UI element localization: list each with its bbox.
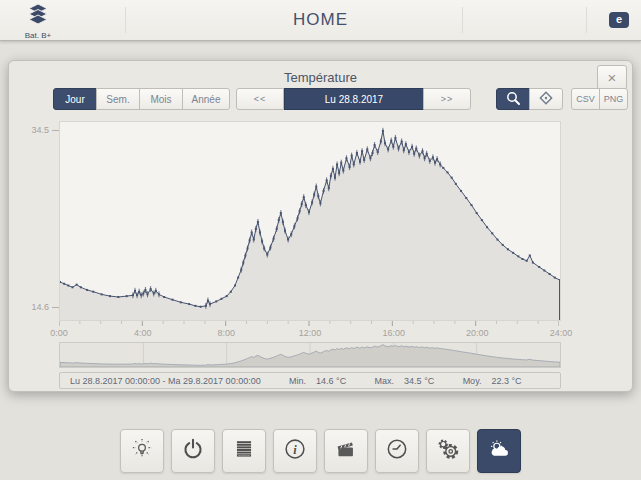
toolbar-button-settings[interactable] <box>426 429 470 473</box>
y-axis-min-label: 14.6 <box>21 302 49 312</box>
top-bar: Bat. B+ HOME e <box>0 0 641 41</box>
info-icon: i <box>282 436 308 466</box>
y-axis-tick <box>52 307 59 308</box>
x-axis-label: 20:00 <box>466 328 489 338</box>
magnifier-icon <box>503 88 523 110</box>
max-stat: Max.34.5 °C <box>375 376 435 386</box>
gears-icon <box>435 436 461 466</box>
status-bar: Lu 28.8.2017 00:00:00 - Ma 29.8.2017 00:… <box>59 372 561 389</box>
period-button-mois[interactable]: Mois <box>139 88 183 110</box>
export-csv-button[interactable]: CSV <box>571 88 600 110</box>
export-group: CSV PNG <box>571 88 628 110</box>
toolbar-button-blinds[interactable] <box>222 429 266 473</box>
center-diamond-icon <box>536 88 556 110</box>
toolbar-button-lighting[interactable] <box>120 429 164 473</box>
y-axis-tick <box>52 130 59 131</box>
avg-stat: Moy.22.3 °C <box>463 376 522 386</box>
toolbar-button-info[interactable]: i <box>273 429 317 473</box>
bottom-toolbar: i <box>0 429 641 473</box>
x-axis-label: 24:00 <box>550 328 573 338</box>
x-axis-label: 0:00 <box>50 328 68 338</box>
svg-text:i: i <box>293 443 297 457</box>
light-bulb-icon <box>129 436 155 466</box>
temperature-chart[interactable] <box>59 121 561 321</box>
next-day-button[interactable]: >> <box>423 88 471 110</box>
toolbar-button-scenes[interactable] <box>324 429 368 473</box>
clapperboard-icon <box>333 436 359 466</box>
x-axis: 0:004:008:0012:0016:0020:0024:00 <box>59 321 561 343</box>
toolbar-button-weather[interactable] <box>477 429 521 473</box>
topbar-divider <box>462 7 463 33</box>
dialog-toolbar: JourSem.MoisAnnée << Lu 28.8.2017 >> <box>9 88 632 110</box>
topbar-divider <box>586 7 587 33</box>
stats: Min.14.6 °C Max.34.5 °C Moy.22.3 °C <box>261 376 550 386</box>
period-button-jour[interactable]: Jour <box>53 88 97 110</box>
period-button-sem[interactable]: Sem. <box>96 88 140 110</box>
date-range-text: Lu 28.8.2017 00:00:00 - Ma 29.8.2017 00:… <box>70 376 261 386</box>
min-stat: Min.14.6 °C <box>289 376 346 386</box>
power-icon <box>180 436 206 466</box>
y-axis-max-label: 34.5 <box>21 125 49 135</box>
brand-label: Bat. B+ <box>10 31 66 40</box>
export-png-button[interactable]: PNG <box>599 88 628 110</box>
close-button[interactable]: × <box>597 65 627 90</box>
temperature-dialog: Température × JourSem.MoisAnnée << Lu 28… <box>8 60 633 392</box>
zoom-tool-button[interactable] <box>496 88 530 110</box>
current-date-display: Lu 28.8.2017 <box>284 88 424 110</box>
toolbar-button-schedule[interactable] <box>375 429 419 473</box>
sun-cloud-icon <box>486 436 512 466</box>
page-title: HOME <box>0 10 641 30</box>
dialog-title: Température <box>9 70 632 85</box>
x-axis-label: 8:00 <box>218 328 236 338</box>
brand-logo: e <box>609 12 629 28</box>
toolbar-button-power[interactable] <box>171 429 215 473</box>
x-axis-label: 12:00 <box>299 328 322 338</box>
blinds-icon <box>231 436 257 466</box>
x-axis-label: 16:00 <box>382 328 405 338</box>
x-axis-label: 4:00 <box>134 328 152 338</box>
period-button-annee[interactable]: Année <box>182 88 230 110</box>
date-nav-group: << Lu 28.8.2017 >> <box>236 88 471 110</box>
overview-range-chart[interactable] <box>59 342 561 368</box>
period-button-group: JourSem.MoisAnnée <box>53 88 230 110</box>
prev-day-button[interactable]: << <box>236 88 284 110</box>
pan-tool-button[interactable] <box>529 88 563 110</box>
chart-tools-group <box>496 88 563 110</box>
clock-icon <box>384 436 410 466</box>
